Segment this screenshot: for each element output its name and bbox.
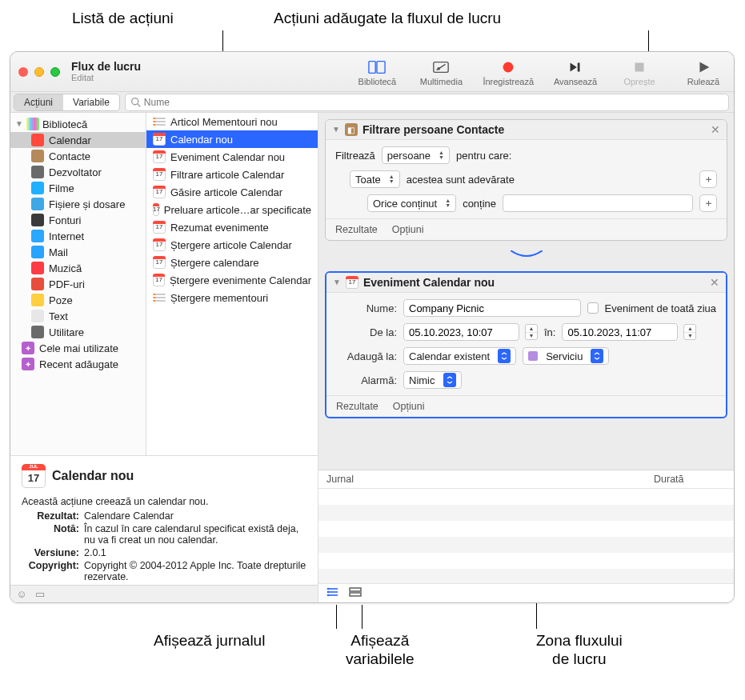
category-icon (31, 294, 44, 306)
criteria-value-input[interactable] (503, 194, 693, 212)
sidebar-category-calendar[interactable]: Calendar (10, 132, 146, 148)
calendar-icon (346, 276, 358, 289)
show-variables-button[interactable] (349, 586, 362, 600)
category-label: Filme (49, 182, 74, 194)
category-label: Poze (49, 294, 73, 306)
calendar-icon (153, 274, 165, 286)
action-label: Găsire articole Calendar (170, 186, 282, 198)
toolbar-stop-button[interactable]: Oprește (617, 59, 662, 86)
action-item[interactable]: Articol Mementouri nou (146, 113, 318, 130)
sidebar-category-internet[interactable]: Internet (10, 228, 146, 244)
toolbar-step-button[interactable]: Avansează (553, 59, 598, 86)
add-criteria-button[interactable]: ＋ (699, 194, 717, 212)
filter-people-select[interactable]: persoane ▲▼ (382, 146, 450, 164)
category-label: Muzică (49, 262, 82, 274)
log-footer (318, 583, 734, 602)
action-label: Calendar nou (170, 134, 233, 146)
show-log-button[interactable] (326, 586, 339, 600)
sidebar-category-mail[interactable]: Mail (10, 244, 146, 260)
titlebar: Flux de lucru Editat Bibliotecă Multimed… (10, 52, 734, 92)
action-item[interactable]: Calendar nou (146, 130, 318, 148)
action-label: Articol Mementouri nou (170, 116, 278, 128)
search-input[interactable] (144, 97, 723, 108)
emoji-button[interactable]: ☺ (17, 589, 27, 600)
sidebar-category-contacte[interactable]: Contacte (10, 148, 146, 164)
toolbar-media-button[interactable]: Multimedia (419, 59, 463, 86)
from-datetime-input[interactable] (403, 323, 519, 341)
chevron-down-icon[interactable]: ▼ (333, 278, 341, 286)
category-icon (31, 262, 44, 274)
allday-checkbox[interactable] (587, 302, 599, 314)
sidebar-category-fonturi[interactable]: Fonturi (10, 212, 146, 228)
sidebar-category-text[interactable]: Text (10, 308, 146, 324)
category-icon (31, 246, 44, 258)
chevron-down-icon[interactable]: ▼ (332, 125, 340, 134)
action-item[interactable]: Preluare articole…ar specificate (146, 201, 318, 218)
alarm-select[interactable]: Nimic (403, 371, 462, 389)
chevron-down-icon[interactable]: ▼ (15, 119, 23, 128)
search-icon (130, 97, 141, 107)
info-grid: Rezultat: Calendare Calendar Notă: În ca… (22, 510, 306, 582)
workflow-area[interactable]: ▼ ◧ Filtrare persoane Contacte ✕ Filtrea… (318, 113, 734, 470)
workflow-action-filter-contacts[interactable]: ▼ ◧ Filtrare persoane Contacte ✕ Filtrea… (325, 119, 727, 241)
to-datetime-input[interactable] (562, 323, 678, 341)
close-window-button[interactable] (18, 67, 28, 77)
sidebar-category-pdf-uri[interactable]: PDF-uri (10, 276, 146, 292)
select-value: Toate (355, 174, 381, 186)
panel-toggle-button[interactable]: ▭ (35, 588, 45, 600)
action-label: Preluare articole…ar specificate (164, 204, 311, 216)
action-item[interactable]: Filtrare articole Calendar (146, 166, 318, 183)
smart-folder-icon: ✦ (22, 342, 34, 354)
criteria-all-select[interactable]: Toate ▲▼ (350, 170, 400, 188)
action-item[interactable]: Rezumat evenimente (146, 218, 318, 236)
sidebar-smart-cele-mai-utilizate[interactable]: ✦Cele mai utilizate (10, 340, 146, 356)
fullscreen-window-button[interactable] (50, 67, 60, 77)
to-stepper[interactable]: ▲▼ (683, 324, 696, 340)
library-root[interactable]: ▼ Bibliotecă (10, 116, 146, 132)
smart-folder-icon: ✦ (22, 358, 34, 370)
action-item[interactable]: Eveniment Calendar nou (146, 148, 318, 166)
add-to-row: Adaugă la: Calendar existent Serviciu (336, 347, 716, 365)
action-item[interactable]: Ștergere mementouri (146, 289, 318, 306)
svg-point-12 (327, 588, 330, 590)
workflow-action-new-calendar-event[interactable]: ▼ Eveniment Calendar nou ✕ Nume: Evenime… (325, 271, 727, 418)
toolbar-record-button[interactable]: Înregistrează (483, 59, 534, 86)
sidebar-category-filme[interactable]: Filme (10, 180, 146, 196)
action-item[interactable]: Ștergere calendare (146, 254, 318, 271)
sidebar-category-utilitare[interactable]: Utilitare (10, 324, 146, 340)
card-results-button[interactable]: Rezultate (336, 401, 379, 412)
log-column-journal: Jurnal (326, 474, 654, 485)
sidebar-smart-recent-ad-ugate[interactable]: ✦Recent adăugate (10, 356, 146, 372)
sidebar-category-poze[interactable]: Poze (10, 292, 146, 308)
svg-point-4 (503, 62, 514, 72)
toolbar-run-button[interactable]: Rulează (681, 59, 726, 86)
card-options-button[interactable]: Opțiuni (392, 224, 424, 235)
calendar-select[interactable]: Serviciu (523, 347, 609, 365)
action-item[interactable]: Ștergere articole Calendar (146, 236, 318, 254)
library-icon (26, 118, 39, 130)
remove-action-button[interactable]: ✕ (710, 276, 719, 289)
card-results-button[interactable]: Rezultate (335, 224, 378, 235)
seg-actions[interactable]: Acțiuni (14, 94, 62, 110)
alarm-label: Alarmă: (336, 374, 397, 386)
sidebar-category-dezvoltator[interactable]: Dezvoltator (10, 164, 146, 180)
sidebar-category-muzic-[interactable]: Muzică (10, 260, 146, 276)
info-statusbar: ☺ ▭ (10, 585, 318, 602)
seg-variables[interactable]: Variabile (62, 94, 119, 110)
category-icon (31, 214, 44, 226)
toolbar-media-label: Multimedia (420, 77, 463, 86)
remove-action-button[interactable]: ✕ (711, 123, 720, 136)
action-info-panel: Calendar nou Această acțiune creează un … (10, 455, 318, 602)
event-name-input[interactable] (403, 299, 581, 317)
action-item[interactable]: Ștergere evenimente Calendar (146, 271, 318, 289)
search-field[interactable] (125, 94, 729, 111)
card-options-button[interactable]: Opțiuni (393, 401, 425, 412)
minimize-window-button[interactable] (34, 67, 44, 77)
criteria-content-select[interactable]: Orice conținut ▲▼ (367, 194, 456, 212)
action-item[interactable]: Găsire articole Calendar (146, 183, 318, 201)
addto-select[interactable]: Calendar existent (403, 347, 516, 365)
add-criteria-button[interactable]: ＋ (699, 170, 717, 188)
toolbar-library-button[interactable]: Bibliotecă (354, 59, 399, 86)
from-stepper[interactable]: ▲▼ (525, 324, 538, 340)
sidebar-category-fi-iere-i-dosare[interactable]: Fișiere și dosare (10, 196, 146, 212)
